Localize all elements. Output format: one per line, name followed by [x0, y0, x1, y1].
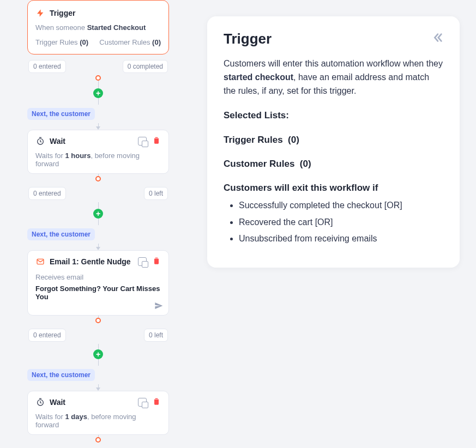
collapse-panel-button[interactable]	[431, 32, 443, 47]
badge-next-customer: Next, the customer	[27, 369, 95, 381]
panel-intro: Customers will enter this automation wor…	[224, 57, 443, 98]
wait1-entered: 0 entered	[28, 187, 66, 200]
exit-item: Recovered the cart [OR]	[239, 216, 443, 229]
email1-entered: 0 entered	[28, 329, 66, 342]
wait2-desc: Waits for 1 days, before moving forward	[35, 413, 161, 429]
email-node[interactable]: Email 1: Gentle Nudge Receives email For…	[27, 250, 169, 316]
trigger-rules-heading: Trigger Rules (0)	[224, 133, 443, 147]
wait-title: Wait	[50, 398, 65, 407]
trigger-detail-panel: Trigger Customers will enter this automa…	[207, 16, 460, 268]
stopwatch-icon	[35, 136, 45, 146]
connector-dot-icon	[95, 75, 101, 81]
trigger-title: Trigger	[50, 9, 75, 17]
delete-button[interactable]	[152, 397, 161, 407]
delete-button[interactable]	[152, 256, 161, 267]
panel-title: Trigger	[224, 31, 272, 47]
wait-desc: Waits for 1 hours, before moving forward	[35, 152, 161, 168]
duplicate-button[interactable]	[138, 257, 147, 266]
email-receives: Receives email	[35, 273, 161, 281]
badge-next-customer: Next, the customer	[27, 228, 95, 240]
add-step-button[interactable]: +	[93, 209, 103, 219]
selected-lists-heading: Selected Lists:	[224, 108, 443, 123]
send-icon[interactable]	[154, 301, 163, 312]
trigger-rules-row: Trigger Rules (0) Customer Rules (0)	[35, 38, 161, 46]
exit-item: Successfully completed the checkout [OR]	[239, 199, 443, 213]
exit-list: Successfully completed the checkout [OR]…	[239, 199, 443, 246]
add-step-button[interactable]: +	[93, 349, 103, 359]
email-icon	[35, 257, 45, 267]
badge-next-customer: Next, the customer	[27, 108, 95, 120]
wait1-left: 0 left	[144, 187, 168, 200]
wait-title: Wait	[50, 137, 65, 146]
bolt-icon	[35, 8, 45, 18]
connector-dot-icon	[95, 176, 101, 181]
add-step-button[interactable]: +	[93, 88, 103, 98]
trigger-completed-stat: 0 completed	[123, 60, 168, 73]
exit-item: Unsubscribed from receiving emails	[239, 232, 443, 246]
exit-heading: Customers will exit this workflow if	[224, 181, 443, 195]
trigger-entered-stat: 0 entered	[28, 60, 66, 73]
wait-node-2[interactable]: Wait Waits for 1 days, before moving for…	[27, 391, 169, 435]
customer-rules-heading: Customer Rules (0)	[224, 157, 443, 171]
duplicate-button[interactable]	[138, 137, 147, 146]
email-subject: Forgot Something? Your Cart Misses You	[35, 284, 161, 301]
wait-node-1[interactable]: Wait Waits for 1 hours, before moving fo…	[27, 130, 169, 174]
email1-left: 0 left	[144, 329, 168, 342]
email-title: Email 1: Gentle Nudge	[50, 257, 131, 266]
connector-dot-icon	[95, 318, 101, 323]
delete-button[interactable]	[152, 136, 161, 146]
duplicate-button[interactable]	[138, 398, 147, 407]
trigger-when: When someone Started Checkout	[35, 23, 161, 32]
trigger-node[interactable]: Trigger When someone Started Checkout Tr…	[27, 0, 169, 55]
stopwatch-icon	[35, 397, 45, 407]
connector-dot-icon	[95, 437, 101, 443]
